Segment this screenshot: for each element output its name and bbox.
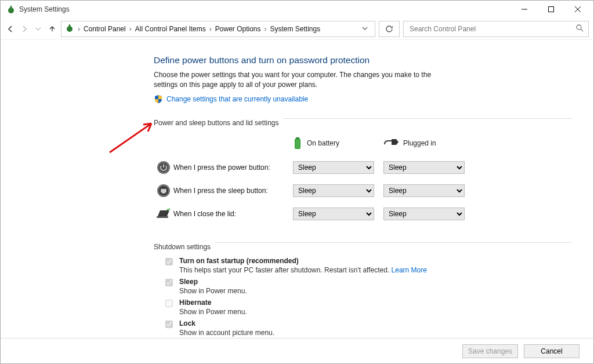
address-icon: [65, 23, 74, 34]
lid-battery-select[interactable]: Sleep: [293, 208, 374, 220]
search-icon: [575, 24, 584, 34]
app-icon: [6, 5, 16, 14]
settings-matrix: On battery Plugged in When I press the p…: [154, 130, 571, 225]
shutdown-item-title: Lock: [179, 319, 274, 327]
shield-icon: [154, 94, 163, 104]
shutdown-item-lock: Lock Show in account picture menu.: [163, 319, 571, 337]
breadcrumb[interactable]: Control Panel: [84, 25, 126, 33]
window-buttons: [511, 1, 591, 18]
learn-more-link[interactable]: Learn More: [392, 266, 427, 274]
cancel-button[interactable]: Cancel: [524, 344, 579, 358]
svg-rect-6: [296, 140, 299, 148]
change-settings-link[interactable]: Change settings that are currently unava…: [166, 95, 308, 103]
page-description: Choose the power settings that you want …: [154, 70, 455, 90]
chevron-right-icon: ›: [209, 25, 212, 33]
row-close-lid: When I close the lid: Sleep Sleep: [154, 202, 571, 225]
shutdown-item-hibernate: Hibernate Show in Power menu.: [163, 299, 571, 316]
shutdown-item-fast-startup: Turn on fast startup (recommended) This …: [163, 257, 571, 274]
recent-dropdown-icon[interactable]: [33, 24, 44, 34]
column-label: On battery: [307, 139, 339, 147]
battery-icon: [293, 136, 302, 150]
refresh-button[interactable]: [379, 21, 400, 37]
sleep-button-plugged-select[interactable]: Sleep: [383, 184, 465, 197]
shutdown-item-title: Sleep: [179, 278, 247, 286]
address-bar[interactable]: › Control Panel › All Control Panel Item…: [61, 21, 375, 37]
hibernate-checkbox[interactable]: [165, 300, 173, 307]
group-label: Shutdown settings: [154, 243, 211, 251]
navigation-bar: › Control Panel › All Control Panel Item…: [1, 18, 593, 40]
column-on-battery: On battery: [293, 136, 383, 150]
column-plugged-in: Plugged in: [383, 139, 474, 148]
group-label: Power and sleep buttons and lid settings: [154, 119, 278, 127]
chevron-right-icon: ›: [129, 25, 132, 33]
svg-rect-1: [549, 7, 554, 12]
power-button-icon: [154, 161, 173, 174]
column-label: Plugged in: [403, 139, 436, 147]
back-button[interactable]: [5, 24, 16, 34]
row-sleep-button: When I press the sleep button: Sleep Sle…: [154, 179, 571, 202]
power-button-battery-select[interactable]: Sleep: [293, 161, 374, 174]
footer-bar: Save changes Cancel: [1, 338, 593, 363]
row-power-button: When I press the power button: Sleep Sle…: [154, 156, 571, 179]
plug-icon: [383, 139, 399, 148]
breadcrumb[interactable]: Power Options: [215, 25, 261, 33]
divider: [215, 242, 571, 243]
row-label: When I press the sleep button:: [173, 187, 293, 195]
power-button-plugged-select[interactable]: Sleep: [383, 161, 465, 174]
minimize-button[interactable]: [511, 1, 538, 18]
shutdown-item-desc: Show in Power menu.: [179, 287, 247, 295]
sleep-button-icon: [154, 184, 173, 198]
window-title: System Settings: [19, 5, 511, 13]
divider: [283, 118, 571, 119]
shutdown-item-desc: Show in Power menu.: [179, 308, 247, 316]
shutdown-item-sleep: Sleep Show in Power menu.: [163, 278, 571, 295]
shutdown-item-title: Hibernate: [179, 299, 247, 307]
shutdown-item-desc-text: This helps start your PC faster after sh…: [179, 266, 392, 274]
change-settings-row: Change settings that are currently unava…: [154, 94, 571, 104]
matrix-header: On battery Plugged in: [154, 130, 571, 156]
group-header-buttons-lid: Power and sleep buttons and lid settings: [154, 110, 571, 127]
search-input[interactable]: [408, 24, 575, 34]
svg-point-3: [577, 25, 581, 30]
breadcrumb[interactable]: System Settings: [270, 25, 320, 33]
svg-point-0: [8, 8, 14, 13]
shutdown-item-desc: Show in account picture menu.: [179, 329, 274, 337]
lock-checkbox[interactable]: [165, 321, 173, 328]
search-box[interactable]: [403, 21, 589, 37]
arrow-annotation: [107, 119, 160, 155]
sleep-checkbox[interactable]: [165, 279, 173, 286]
row-label: When I press the power button:: [173, 163, 293, 172]
svg-point-2: [67, 26, 73, 32]
close-button[interactable]: [564, 1, 591, 18]
shutdown-item-desc: This helps start your PC faster after sh…: [179, 266, 427, 274]
content-area: Define power buttons and turn on passwor…: [1, 40, 593, 338]
forward-button[interactable]: [19, 24, 30, 34]
shutdown-item-title: Turn on fast startup (recommended): [179, 257, 427, 265]
svg-rect-4: [296, 137, 299, 139]
up-button[interactable]: [47, 24, 57, 34]
fast-startup-checkbox[interactable]: [165, 258, 173, 265]
laptop-lid-icon: [154, 209, 173, 219]
maximize-button[interactable]: [538, 1, 564, 18]
page-heading: Define power buttons and turn on passwor…: [154, 55, 571, 65]
window-frame: System Settings: [0, 0, 594, 364]
titlebar: System Settings: [1, 1, 593, 18]
shutdown-settings: Turn on fast startup (recommended) This …: [154, 257, 571, 337]
breadcrumb[interactable]: All Control Panel Items: [135, 25, 206, 33]
save-button[interactable]: Save changes: [462, 344, 518, 358]
group-header-shutdown: Shutdown settings: [154, 234, 571, 251]
row-label: When I close the lid:: [173, 210, 293, 218]
svg-rect-11: [157, 216, 168, 218]
lid-plugged-select[interactable]: Sleep: [383, 208, 465, 220]
chevron-down-icon[interactable]: [362, 25, 368, 33]
sleep-button-battery-select[interactable]: Sleep: [293, 184, 374, 197]
chevron-right-icon: ›: [264, 25, 266, 33]
chevron-right-icon: ›: [78, 25, 80, 33]
